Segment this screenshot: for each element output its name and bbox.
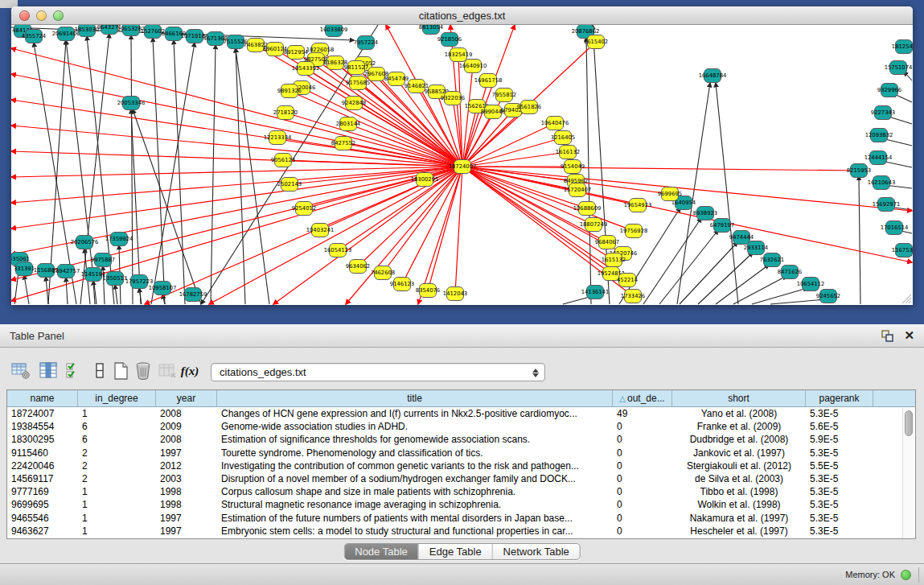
- table-cell[interactable]: 9463627: [7, 525, 78, 538]
- column-visibility-icon[interactable]: [37, 360, 60, 382]
- table-cell[interactable]: 1: [78, 498, 156, 511]
- table-cell[interactable]: 0: [613, 485, 672, 498]
- graph-node[interactable]: 9254012: [292, 202, 316, 216]
- table-cell[interactable]: 18300295: [7, 433, 78, 446]
- table-view-icon[interactable]: [88, 360, 111, 382]
- table-row[interactable]: 977716911998Corpus callosum shape and si…: [7, 485, 915, 498]
- table-cell[interactable]: Hescheler et al. (1997): [672, 525, 806, 538]
- graph-node[interactable]: 8813054: [419, 25, 443, 35]
- table-cell[interactable]: 5.3E-5: [806, 512, 873, 525]
- graph-node[interactable]: 13942757: [52, 265, 80, 278]
- table-cell[interactable]: 5.3E-5: [806, 472, 873, 485]
- table-cell[interactable]: [873, 433, 903, 446]
- graph-node[interactable]: 2718120: [273, 106, 298, 120]
- graph-node[interactable]: 1167533: [892, 244, 913, 257]
- table-cell[interactable]: [873, 525, 903, 538]
- graph-edge[interactable]: [677, 83, 710, 304]
- table-cell[interactable]: Nakamura et al. (1997): [672, 512, 806, 525]
- create-column-icon[interactable]: [109, 360, 132, 382]
- column-header-pagerank[interactable]: pagerank: [806, 390, 873, 406]
- table-cell[interactable]: Disruption of a novel member of a sodium…: [217, 472, 613, 485]
- graph-node[interactable]: 10688609: [573, 202, 602, 216]
- scrollbar-thumb[interactable]: [905, 410, 913, 436]
- graph-node[interactable]: 8471626: [778, 266, 802, 279]
- graph-node[interactable]: 1616132: [556, 146, 580, 159]
- graph-edge[interactable]: [733, 276, 786, 304]
- table-cell[interactable]: 1: [78, 525, 156, 538]
- graph-edge[interactable]: [24, 275, 29, 304]
- table-cell[interactable]: 2009: [156, 420, 217, 433]
- table-cell[interactable]: 2008: [156, 407, 217, 420]
- table-cell[interactable]: 5.5E-5: [806, 459, 873, 472]
- graph-node[interactable]: 7957224: [354, 36, 378, 50]
- graph-node[interactable]: 16054123: [324, 244, 352, 257]
- table-cell[interactable]: 0: [613, 459, 672, 472]
- graph-edge[interactable]: [428, 167, 462, 290]
- table-settings-icon[interactable]: [10, 360, 32, 382]
- table-cell[interactable]: Yano et al. (2008): [672, 407, 806, 420]
- table-row[interactable]: 1938455462009Genome-wide association stu…: [7, 420, 915, 433]
- table-row[interactable]: 2242004622012Investigating the contribut…: [7, 459, 915, 472]
- table-cell[interactable]: 1: [78, 407, 156, 420]
- table-cell[interactable]: 1997: [156, 525, 217, 538]
- table-cell[interactable]: Wolkin et al. (1998): [672, 498, 806, 511]
- graph-edge[interactable]: [354, 103, 462, 167]
- graph-node[interactable]: 20053346: [117, 97, 146, 110]
- table-cell[interactable]: [873, 447, 903, 459]
- graph-node[interactable]: 9634062: [346, 260, 370, 274]
- table-row[interactable]: 946554611997Estimation of the future num…: [7, 512, 915, 525]
- tab-edge-table[interactable]: Edge Table: [419, 544, 493, 559]
- table-cell[interactable]: 0: [613, 512, 672, 525]
- graph-node[interactable]: 16033809: [320, 25, 348, 37]
- graph-node[interactable]: 452214: [617, 274, 638, 287]
- table-cell[interactable]: [873, 472, 903, 485]
- graph-node[interactable]: 19654923: [624, 199, 652, 212]
- graph-node[interactable]: 9218506: [437, 33, 462, 47]
- table-cell[interactable]: 14569117: [7, 472, 78, 485]
- graph-edge[interactable]: [11, 167, 462, 280]
- graph-node[interactable]: 1350513: [103, 272, 127, 286]
- table-cell[interactable]: 0: [613, 498, 672, 511]
- table-cell[interactable]: 6: [78, 420, 156, 433]
- table-cell[interactable]: Genome-wide association studies in ADHD.: [217, 420, 613, 433]
- table-row[interactable]: 1830029562008Estimation of significance …: [7, 433, 915, 446]
- table-cell[interactable]: Structural magnetic resonance image aver…: [217, 498, 613, 511]
- graph-edge[interactable]: [698, 253, 753, 304]
- table-cell[interactable]: 2008: [156, 433, 217, 446]
- graph-edge[interactable]: [859, 176, 860, 304]
- table-cell[interactable]: 22420046: [7, 459, 78, 472]
- table-selector-dropdown[interactable]: citations_edges.txt: [211, 363, 545, 381]
- table-row[interactable]: 911546021997Tourette syndrome. Phenomeno…: [7, 447, 915, 459]
- table-cell[interactable]: 5.3E-5: [806, 525, 873, 538]
- table-cell[interactable]: Stergiakouli et al. (2012): [672, 459, 806, 472]
- table-cell[interactable]: [873, 420, 903, 433]
- graph-node[interactable]: 7955812: [492, 89, 516, 102]
- graph-node[interactable]: 1412043: [443, 287, 467, 301]
- table-cell[interactable]: 0: [613, 420, 672, 433]
- table-cell[interactable]: Changes of HCN gene expression and I(f) …: [217, 407, 613, 420]
- table-cell[interactable]: 6: [78, 433, 156, 446]
- graph-node[interactable]: 7462608: [371, 266, 395, 280]
- graph-node[interactable]: 1812549: [892, 40, 913, 54]
- table-cell[interactable]: Estimation of the future numbers of pati…: [217, 512, 613, 525]
- table-cell[interactable]: 5.3E-5: [806, 498, 873, 511]
- table-cell[interactable]: Estimation of significance thresholds fo…: [217, 433, 613, 446]
- table-cell[interactable]: 19384554: [7, 420, 78, 433]
- table-cell[interactable]: Corpus callosum shape and size in male p…: [217, 485, 613, 498]
- graph-node[interactable]: 16210643: [868, 176, 896, 190]
- graph-edge[interactable]: [115, 285, 117, 304]
- table-cell[interactable]: [873, 485, 903, 498]
- graph-edge[interactable]: [462, 106, 477, 167]
- graph-edge[interactable]: [66, 278, 68, 304]
- graph-node[interactable]: 17359924: [105, 233, 133, 246]
- table-cell[interactable]: Embryonic stem cells: a model to study s…: [217, 525, 613, 538]
- column-header-year[interactable]: year: [156, 390, 217, 406]
- graph-node[interactable]: 17016514: [881, 221, 909, 235]
- table-cell[interactable]: 5.9E-5: [806, 433, 873, 446]
- table-cell[interactable]: 0: [613, 525, 672, 538]
- graph-edge[interactable]: [643, 218, 701, 304]
- table-cell[interactable]: 9777169: [7, 485, 78, 498]
- table-cell[interactable]: 0: [613, 433, 672, 446]
- table-cell[interactable]: 2: [78, 459, 156, 472]
- table-cell[interactable]: 0: [613, 447, 672, 459]
